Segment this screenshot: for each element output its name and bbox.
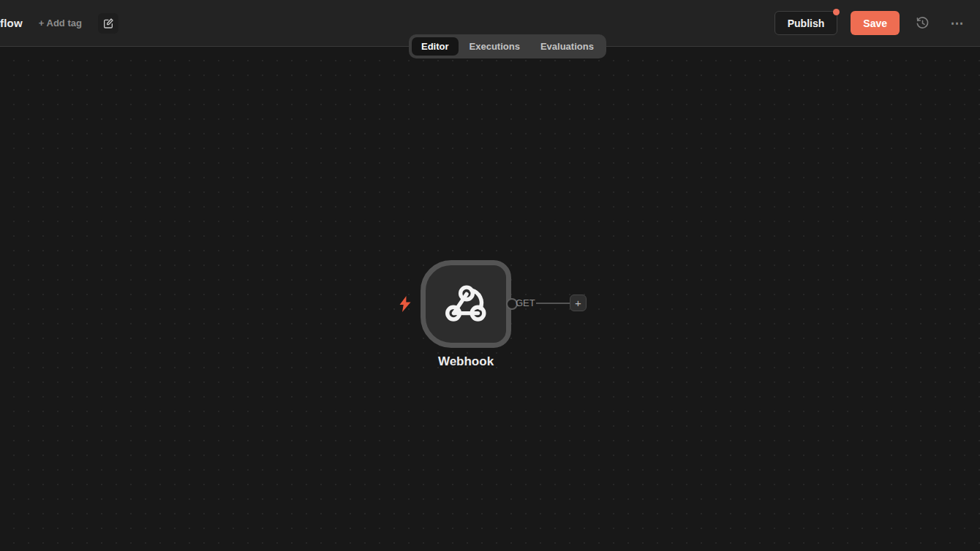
workflow-title[interactable]: flow — [0, 17, 23, 29]
workflow-editor-app: flow + Add tag Publish Save — [0, 0, 980, 551]
edit-icon — [102, 18, 114, 29]
webhook-node-group: GET + Webhook — [421, 260, 511, 348]
tab-editor[interactable]: Editor — [412, 37, 459, 56]
connection-line — [536, 303, 570, 304]
lightning-bolt-icon — [399, 296, 412, 312]
tab-executions[interactable]: Executions — [460, 37, 529, 56]
webhook-node[interactable] — [421, 260, 511, 348]
header-right: Publish Save ⋯ — [774, 11, 980, 36]
publish-button[interactable]: Publish — [774, 11, 838, 35]
tab-evaluations[interactable]: Evaluations — [531, 37, 603, 56]
node-name-label: Webhook — [438, 354, 494, 369]
publish-notification-dot — [833, 9, 840, 15]
history-icon — [916, 16, 930, 30]
workflow-history-button[interactable] — [910, 11, 935, 36]
view-tabbar: Editor Executions Evaluations — [409, 34, 606, 58]
header-left: flow + Add tag — [0, 0, 118, 46]
more-options-button[interactable]: ⋯ — [945, 11, 970, 36]
rename-workflow-button[interactable] — [98, 13, 118, 34]
output-connector-label: GET — [516, 297, 535, 308]
webhook-icon — [443, 281, 489, 327]
publish-label: Publish — [788, 18, 825, 29]
workflow-canvas[interactable]: GET + Webhook — [0, 47, 980, 551]
save-button[interactable]: Save — [851, 11, 900, 35]
add-tag-button[interactable]: + Add tag — [39, 18, 82, 28]
add-node-button[interactable]: + — [570, 294, 587, 311]
